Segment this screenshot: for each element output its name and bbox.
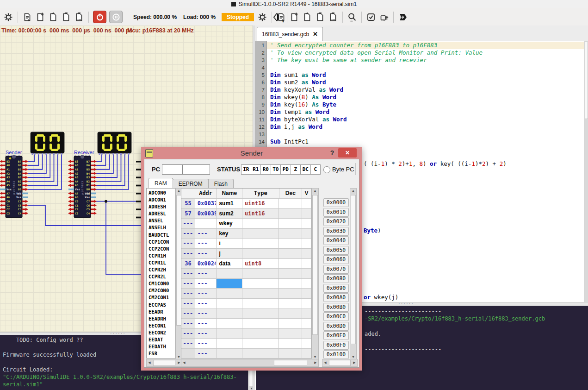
variable-table-scrollbar[interactable]: ▲▼ — [311, 188, 319, 359]
byte-pc-radio[interactable] — [323, 166, 330, 173]
status-bit-c[interactable]: C — [311, 164, 321, 175]
table-cell[interactable] — [242, 329, 279, 339]
table-cell[interactable] — [242, 219, 279, 229]
table-cell[interactable] — [302, 209, 311, 219]
table-cell[interactable] — [279, 249, 302, 259]
memory-page-scrollbar[interactable]: ▲▼ — [350, 188, 357, 359]
table-cell[interactable]: --- — [181, 219, 195, 229]
table-cell[interactable]: --- — [195, 279, 217, 289]
status-bit-to[interactable]: TO — [271, 164, 281, 175]
table-cell[interactable] — [279, 319, 302, 329]
variable-table[interactable]: AddrNameTypeDecV550x0037sum1uint16570x00… — [181, 188, 311, 359]
register-item[interactable]: CCP1CON — [147, 239, 175, 245]
table-cell[interactable] — [302, 309, 311, 319]
table-cell[interactable]: 0x0024 — [195, 259, 217, 269]
register-item[interactable]: CCPR1H — [147, 252, 175, 259]
editor-scrollbar[interactable] — [584, 41, 588, 303]
status-bit-r1[interactable]: R1 — [251, 164, 261, 175]
table-cell[interactable] — [279, 329, 302, 339]
table-cell[interactable]: sum2 — [217, 209, 242, 219]
table-cell[interactable] — [217, 309, 242, 319]
memory-page-button[interactable]: 0x0080 — [323, 274, 349, 283]
table-cell[interactable]: 55 — [181, 199, 195, 209]
register-item[interactable]: CM2CON0 — [147, 287, 175, 294]
table-cell[interactable] — [302, 289, 311, 299]
table-cell[interactable]: --- — [195, 249, 217, 259]
status-bit-dc[interactable]: DC — [301, 164, 311, 175]
register-item[interactable]: ADRESH — [147, 203, 175, 210]
table-cell[interactable] — [279, 299, 302, 309]
table-cell[interactable]: --- — [181, 289, 195, 299]
register-item[interactable]: EEADRH — [147, 315, 175, 322]
table-cell[interactable]: uint16 — [242, 209, 279, 219]
register-item[interactable]: FSR — [147, 350, 175, 357]
sender-dialog[interactable]: Sender ? ✕ PC STATUS IRR1R0TOPDZDCC Byte… — [141, 147, 362, 371]
dialog-close-button[interactable]: ✕ — [338, 148, 357, 157]
table-cell[interactable]: 57 — [181, 209, 195, 219]
table-cell[interactable] — [242, 309, 279, 319]
new-file-icon[interactable] — [288, 11, 300, 23]
table-cell[interactable] — [302, 339, 311, 349]
tab-16f883-sender[interactable]: 16f883_sender.gcb ✕ — [257, 27, 323, 41]
register-item[interactable]: CCPR1L — [147, 259, 175, 266]
memory-tab-flash[interactable]: Flash — [208, 179, 234, 189]
table-cell[interactable]: --- — [181, 249, 195, 259]
table-cell[interactable]: uint8 — [242, 259, 279, 269]
memory-page-button[interactable]: 0x0010 — [323, 208, 349, 217]
table-cell[interactable] — [242, 339, 279, 349]
table-cell[interactable] — [217, 279, 242, 289]
memory-page-hscrollbar[interactable]: ◀▶ — [322, 359, 358, 367]
sender-display[interactable] — [31, 132, 64, 155]
table-cell[interactable] — [279, 239, 302, 249]
variable-table-hscrollbar[interactable]: ◀▶ — [181, 359, 319, 367]
table-cell[interactable]: --- — [181, 339, 195, 349]
memory-page-button[interactable]: 0x0100 — [323, 350, 349, 359]
table-cell[interactable]: --- — [181, 299, 195, 309]
register-item[interactable]: ECCPAS — [147, 302, 175, 308]
table-cell[interactable]: --- — [181, 239, 195, 249]
table-cell[interactable] — [279, 209, 302, 219]
dialog-titlebar[interactable]: Sender ? ✕ — [141, 147, 362, 159]
table-cell[interactable] — [279, 279, 302, 289]
table-cell[interactable] — [217, 329, 242, 339]
status-bit-r0[interactable]: R0 — [261, 164, 271, 175]
table-cell[interactable] — [242, 229, 279, 239]
table-cell[interactable]: i — [217, 239, 242, 249]
memory-page-button[interactable]: 0x0050 — [323, 246, 349, 255]
dialog-help-button[interactable]: ? — [328, 148, 337, 157]
register-item[interactable]: CCPR2H — [147, 266, 175, 273]
editor-settings-gear-icon[interactable] — [256, 11, 268, 23]
pc-value-field[interactable] — [162, 164, 182, 175]
table-cell[interactable]: sum1 — [217, 199, 242, 209]
memory-tab-eeprom[interactable]: EEPROM — [173, 179, 209, 189]
table-cell[interactable] — [302, 269, 311, 279]
table-cell[interactable] — [302, 349, 311, 359]
table-cell[interactable] — [242, 279, 279, 289]
memory-page-button[interactable]: 0x0040 — [323, 236, 349, 245]
memory-tab-ram[interactable]: RAM — [149, 178, 173, 189]
receiver-display[interactable] — [98, 132, 131, 155]
memory-page-button[interactable]: 0x0020 — [323, 217, 349, 226]
table-cell[interactable] — [217, 299, 242, 309]
table-cell[interactable]: --- — [195, 349, 217, 359]
table-cell[interactable] — [217, 339, 242, 349]
table-cell[interactable] — [302, 219, 311, 229]
memory-page-button[interactable]: 0x0070 — [323, 265, 349, 274]
register-item[interactable]: ADCON0 — [147, 189, 175, 196]
table-cell[interactable] — [195, 219, 217, 229]
memory-page-button[interactable]: 0x0030 — [323, 227, 349, 236]
sender-chip[interactable]: SenderE3B7A0B6A1B5A2B4A3B3A4B2A5B1VssB0A… — [0, 150, 28, 218]
register-item[interactable]: CM2CON1 — [147, 294, 175, 301]
debug-icon[interactable] — [397, 11, 409, 23]
table-cell[interactable] — [302, 259, 311, 269]
table-cell[interactable]: wkey — [217, 219, 242, 229]
table-cell[interactable] — [242, 269, 279, 279]
table-cell[interactable]: j — [217, 249, 242, 259]
tab-close-icon[interactable]: ✕ — [313, 31, 318, 38]
table-cell[interactable] — [302, 329, 311, 339]
status-bit-ir[interactable]: IR — [241, 164, 251, 175]
memory-page-button[interactable]: 0x0000 — [323, 198, 349, 207]
table-cell[interactable] — [279, 229, 302, 239]
register-item[interactable]: ADRESL — [147, 210, 175, 217]
table-cell[interactable] — [279, 339, 302, 349]
